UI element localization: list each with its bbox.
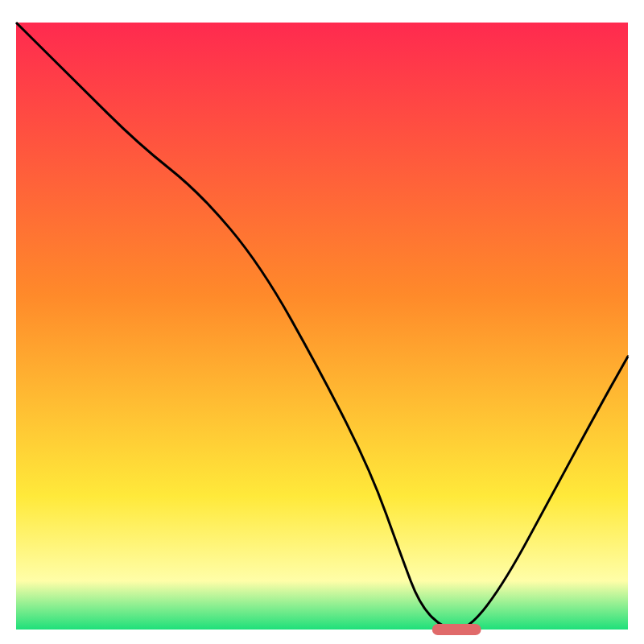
frame-right [628,0,644,644]
optimal-marker [432,624,481,635]
chart-stage: TheBottleneck.com [0,0,644,644]
bottleneck-chart [0,0,644,644]
frame-top [0,0,644,23]
frame-left [0,0,16,644]
frame-bottom [0,630,644,644]
